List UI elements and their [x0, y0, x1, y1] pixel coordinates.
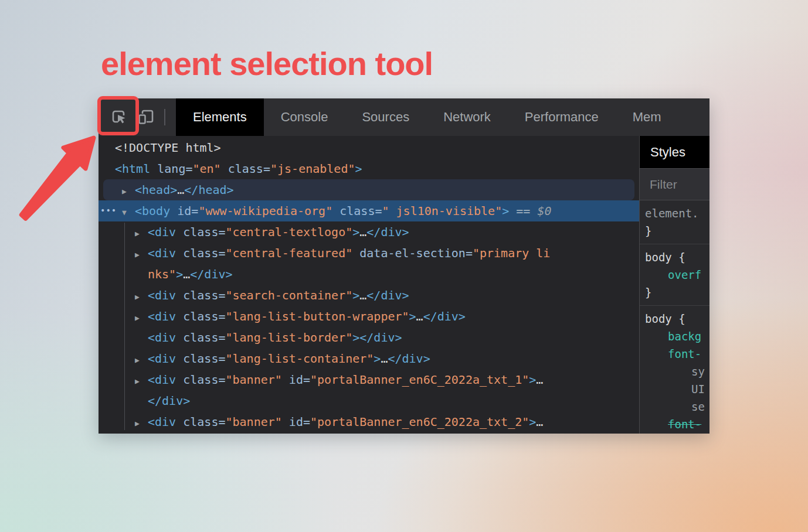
code-token: "portalBanner_en6C_2022a_txt_2" — [310, 415, 529, 429]
style-rule: element.} — [640, 200, 709, 244]
code-token: "www-wikipedia-org" — [198, 204, 332, 218]
code-token: … — [381, 352, 388, 366]
expand-arrow-icon[interactable]: ▶ — [135, 287, 148, 308]
tab-network[interactable]: Network — [426, 98, 508, 136]
code-token: = — [466, 246, 473, 260]
devtools-tabbar: ElementsConsoleSourcesNetworkPerformance… — [99, 98, 709, 136]
device-toolbar-icon — [137, 108, 155, 127]
dom-row[interactable]: ▶<div class="central-featured" data-el-s… — [99, 243, 639, 264]
code-token: class — [183, 288, 218, 302]
code-token: class — [183, 309, 218, 323]
code-token — [282, 415, 289, 429]
tab-mem[interactable]: Mem — [616, 98, 678, 136]
code-token: > — [352, 288, 359, 302]
dom-row[interactable]: ▶<div class="banner" id="portalBanner_en… — [99, 411, 639, 432]
tab-console[interactable]: Console — [264, 98, 345, 136]
code-token: … — [359, 225, 366, 239]
dom-row[interactable]: ▶<div class="central-textlogo">…</div> — [99, 221, 639, 243]
code-token: class — [228, 162, 263, 176]
dom-row[interactable]: ▶<div class="lang-list-button-wrapper">…… — [99, 306, 639, 327]
code-token — [176, 352, 183, 366]
code-token: <div — [148, 225, 176, 239]
style-rules-list: element.}body {overf}body {backgfont-syU… — [640, 200, 709, 434]
dom-row[interactable]: <!DOCTYPE html> — [99, 137, 639, 158]
code-token: <div — [148, 415, 176, 429]
expand-arrow-icon[interactable]: ▶ — [135, 223, 148, 244]
style-line: se — [640, 398, 709, 415]
tab-styles[interactable]: Styles — [640, 136, 709, 169]
style-line: backg — [640, 328, 709, 345]
code-token: nks" — [148, 267, 176, 281]
code-token: $0 — [537, 204, 551, 218]
style-line: } — [640, 284, 709, 301]
code-token: = — [191, 204, 198, 218]
expand-arrow-icon[interactable]: ▶ — [135, 371, 148, 392]
code-token: </div> — [366, 288, 409, 302]
code-token: > — [374, 352, 381, 366]
tab-sources[interactable]: Sources — [345, 98, 426, 136]
code-token: ></div> — [352, 330, 402, 345]
code-token: > — [409, 309, 416, 323]
expand-arrow-icon[interactable]: ▶ — [135, 350, 148, 371]
code-token — [176, 373, 183, 387]
dom-row[interactable]: ▶<div class="lang-list-container">…</div… — [99, 348, 639, 369]
dom-row[interactable]: ▶<head>…</head> — [103, 179, 634, 200]
dom-row[interactable]: •••▼<body id="www-wikipedia-org" class="… — [99, 200, 639, 221]
dom-row[interactable]: <html lang="en" class="js-enabled"> — [99, 158, 639, 179]
code-token: data-el-section — [359, 246, 466, 260]
tab-elements[interactable]: Elements — [176, 98, 264, 136]
code-token: </div> — [366, 225, 409, 239]
code-token — [176, 288, 183, 302]
style-rule: body {overf} — [640, 244, 709, 306]
tab-performance[interactable]: Performance — [508, 98, 616, 136]
style-line: font- — [640, 345, 709, 363]
dom-row[interactable]: nks">…</div> — [99, 264, 639, 285]
style-line: element. — [640, 204, 709, 222]
style-rule: body {backgfont-syUIsefont- — [640, 306, 709, 434]
code-token: <div — [148, 330, 176, 345]
code-token: "banner" — [225, 415, 281, 429]
style-line: } — [640, 222, 709, 240]
code-token: … — [359, 288, 366, 302]
toolbar-separator — [164, 109, 165, 125]
code-token — [176, 246, 183, 260]
code-token: = — [303, 373, 310, 387]
expand-arrow-icon[interactable]: ▶ — [135, 413, 148, 434]
dom-row[interactable]: ▶<div class="search-container">…</div> — [99, 285, 639, 306]
code-token: = — [218, 330, 225, 345]
code-token: "search-container" — [225, 288, 352, 302]
code-token: … — [416, 309, 423, 323]
code-token: "lang-list-button-wrapper" — [225, 309, 409, 323]
annotation-arrow — [11, 130, 104, 230]
collapse-arrow-icon[interactable]: ▼ — [122, 202, 135, 223]
code-token: <div — [148, 352, 176, 366]
code-token: </div> — [423, 309, 466, 323]
code-token: class — [183, 246, 218, 260]
code-token: <div — [148, 288, 176, 302]
styles-filter-input[interactable]: Filter — [640, 169, 709, 200]
code-token: "portalBanner_en6C_2022a_txt_1" — [310, 373, 529, 387]
dom-tree-panel: <!DOCTYPE html><html lang="en" class="js… — [99, 136, 639, 434]
styles-sidebar: Styles Filter element.}body {overf}body … — [639, 136, 709, 434]
code-token — [352, 246, 359, 260]
expand-arrow-icon[interactable]: ▶ — [135, 308, 148, 329]
dom-row[interactable]: ▶<div class="banner" id="portalBanner_en… — [99, 369, 639, 390]
code-token: class — [183, 352, 218, 366]
annotation-highlight-box — [97, 96, 139, 135]
devtools-main: <!DOCTYPE html><html lang="en" class="js… — [99, 136, 709, 434]
dom-row[interactable]: <div class="lang-list-border"></div> — [99, 327, 639, 348]
code-token: = — [218, 288, 225, 302]
expand-arrow-icon[interactable]: ▶ — [122, 181, 135, 202]
code-token: </div> — [190, 267, 232, 281]
code-token: <body — [135, 204, 170, 218]
code-token — [170, 204, 177, 218]
code-token: class — [183, 415, 218, 429]
code-token: = — [218, 415, 225, 429]
code-token: class — [340, 204, 375, 218]
code-token: <html — [115, 162, 150, 176]
code-token: <div — [148, 246, 176, 260]
expand-arrow-icon[interactable]: ▶ — [135, 244, 148, 265]
style-line: UI — [640, 380, 709, 398]
dom-row[interactable]: </div> — [99, 390, 639, 411]
style-line: body { — [640, 310, 709, 328]
